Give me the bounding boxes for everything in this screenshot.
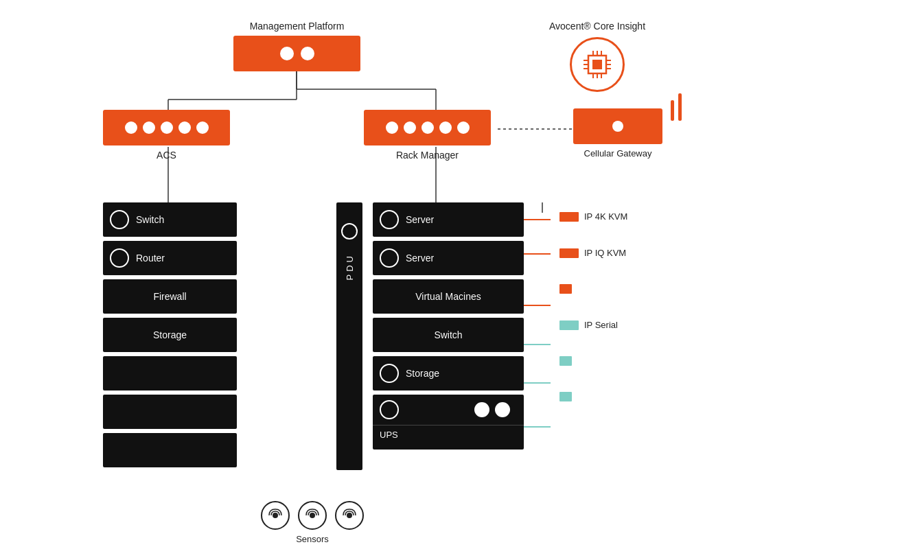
cellular-gateway-label: Cellular Gateway bbox=[573, 148, 662, 159]
right-rack: Server Server Virtual Macines Switch Sto… bbox=[373, 202, 524, 454]
right-rack-server-2: Server bbox=[373, 241, 524, 275]
rack-manager-label: Rack Manager bbox=[364, 150, 491, 161]
avocent-section: Avocent® Core Insight bbox=[549, 21, 645, 92]
svg-rect-17 bbox=[592, 60, 602, 69]
sensors-label: Sensors bbox=[261, 534, 364, 544]
rack-circle-server1 bbox=[380, 210, 399, 229]
left-rack-router: Router bbox=[103, 241, 237, 275]
mgmt-platform-label: Management Platform bbox=[233, 21, 360, 32]
left-rack-router-label: Router bbox=[136, 253, 165, 264]
right-rack-vm: Virtual Macines bbox=[373, 279, 524, 314]
left-rack-switch: Switch bbox=[103, 202, 237, 237]
legend-orange-small bbox=[559, 284, 627, 294]
right-rack-storage: Storage bbox=[373, 356, 524, 390]
acs-dot-1 bbox=[125, 121, 137, 134]
acs-dot-5 bbox=[196, 121, 209, 134]
rm-dot-3 bbox=[421, 121, 434, 134]
legend-ip4k: IP 4K KVM bbox=[559, 211, 627, 222]
sensor-icon-1 bbox=[261, 501, 290, 530]
left-rack-storage: Storage bbox=[103, 318, 237, 352]
right-rack-server2-label: Server bbox=[406, 253, 434, 264]
rack-circle-router bbox=[110, 248, 129, 268]
right-rack-switch-label: Switch bbox=[434, 329, 462, 340]
svg-point-32 bbox=[347, 513, 352, 518]
diagram-container: Management Platform ACS Rack Manager Avo… bbox=[0, 0, 924, 560]
right-rack-server1-label: Server bbox=[406, 214, 434, 225]
acs-dot-4 bbox=[178, 121, 191, 134]
svg-point-31 bbox=[310, 513, 315, 518]
legend-bar-ip4k bbox=[559, 212, 579, 222]
svg-point-30 bbox=[273, 513, 278, 518]
mgmt-dot-2 bbox=[301, 47, 314, 60]
avocent-label: Avocent® Core Insight bbox=[549, 21, 645, 32]
rm-dot-1 bbox=[386, 121, 398, 134]
left-rack-blank-2 bbox=[103, 395, 237, 429]
antenna-1 bbox=[671, 100, 674, 121]
mgmt-dot-1 bbox=[280, 47, 294, 60]
ups-label: UPS bbox=[380, 430, 398, 440]
left-rack-firewall: Firewall bbox=[103, 279, 237, 314]
legend-label-serial: IP Serial bbox=[584, 320, 618, 330]
rack-manager-section: Rack Manager bbox=[364, 110, 491, 161]
acs-dot-3 bbox=[161, 121, 173, 134]
acs-label: ACS bbox=[103, 150, 230, 161]
legend-ipiq: IP IQ KVM bbox=[559, 248, 627, 258]
pdu-label: PDU bbox=[345, 253, 355, 280]
pdu-circle bbox=[341, 223, 358, 240]
rack-circle-server2 bbox=[380, 248, 399, 268]
rm-dot-2 bbox=[404, 121, 416, 134]
ups-top bbox=[373, 395, 524, 425]
sensor-icon-3 bbox=[335, 501, 364, 530]
left-rack: Switch Router Firewall Storage bbox=[103, 202, 237, 471]
pdu-section: PDU bbox=[336, 202, 362, 470]
ups-bottom: UPS bbox=[373, 425, 524, 444]
legend-teal-small1 bbox=[559, 356, 627, 366]
legend-label-ip4k: IP 4K KVM bbox=[584, 211, 627, 222]
legend-bar-teal-small1 bbox=[559, 356, 572, 366]
left-rack-switch-label: Switch bbox=[136, 214, 164, 225]
cg-dot bbox=[612, 121, 623, 132]
left-rack-blank-1 bbox=[103, 356, 237, 390]
right-rack-switch: Switch bbox=[373, 318, 524, 352]
left-rack-storage-label: Storage bbox=[153, 329, 187, 340]
right-rack-storage-label: Storage bbox=[406, 368, 439, 379]
acs-box bbox=[103, 110, 230, 145]
ups-dot-1 bbox=[474, 402, 489, 417]
ups-dot-2 bbox=[495, 402, 510, 417]
rack-circle-switch bbox=[110, 210, 129, 229]
antenna-group bbox=[671, 93, 682, 121]
pdu-bar: PDU bbox=[336, 202, 362, 470]
legend-bar-ipiq bbox=[559, 248, 579, 258]
rm-dot-5 bbox=[457, 121, 470, 134]
sensors-row bbox=[261, 501, 364, 530]
rack-circle-storage bbox=[380, 364, 399, 383]
legend-bar-teal-small2 bbox=[559, 392, 572, 401]
right-rack-server-1: Server bbox=[373, 202, 524, 237]
legend: IP 4K KVM IP IQ KVM IP Serial bbox=[559, 211, 627, 401]
ups-dots bbox=[474, 402, 517, 417]
legend-teal-small2 bbox=[559, 392, 627, 401]
right-rack-ups: UPS bbox=[373, 395, 524, 450]
cellular-gateway-section: Cellular Gateway bbox=[573, 108, 662, 159]
cellular-gateway-box bbox=[573, 108, 662, 144]
mgmt-platform-box bbox=[233, 36, 360, 71]
right-rack-vm-label: Virtual Macines bbox=[415, 291, 481, 302]
antenna-2 bbox=[678, 93, 682, 121]
sensors-section: Sensors bbox=[261, 501, 364, 544]
acs-section: ACS bbox=[103, 110, 230, 161]
sensor-icon-2 bbox=[298, 501, 327, 530]
legend-bar-orange-small bbox=[559, 284, 572, 294]
avocent-chip-icon bbox=[570, 37, 625, 92]
acs-dot-2 bbox=[143, 121, 155, 134]
left-rack-blank-3 bbox=[103, 433, 237, 467]
legend-bar-serial bbox=[559, 320, 579, 330]
legend-serial: IP Serial bbox=[559, 320, 627, 330]
legend-label-ipiq: IP IQ KVM bbox=[584, 248, 626, 258]
management-platform: Management Platform bbox=[233, 21, 360, 71]
ups-circle bbox=[380, 400, 399, 419]
rack-manager-box bbox=[364, 110, 491, 145]
rm-dot-4 bbox=[439, 121, 452, 134]
left-rack-firewall-label: Firewall bbox=[153, 291, 186, 302]
